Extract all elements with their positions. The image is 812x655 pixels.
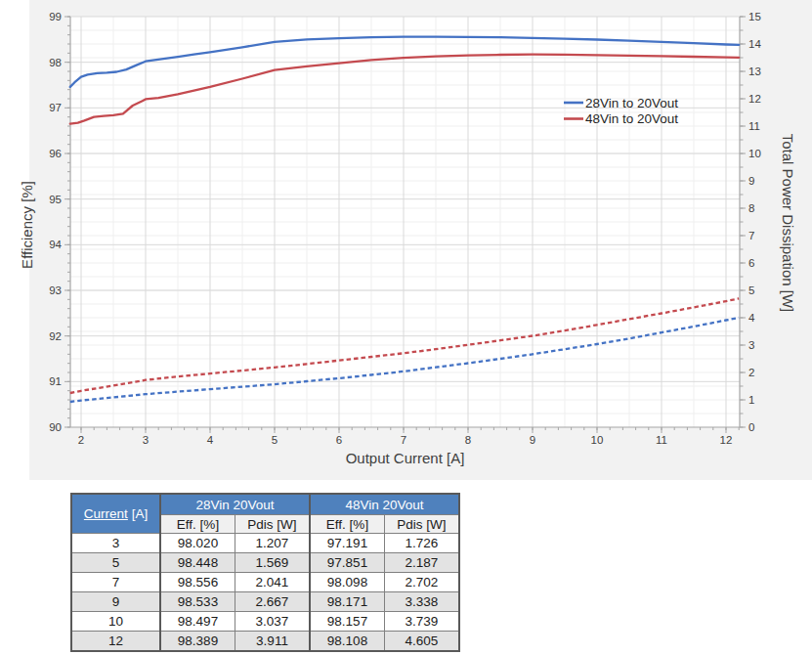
svg-text:0: 0 bbox=[748, 421, 754, 433]
cell-value: 97.191 bbox=[310, 534, 385, 553]
screenshot-root: 2345678910111290919293949596979899012345… bbox=[0, 0, 812, 655]
cell-value: 98.497 bbox=[160, 612, 235, 632]
cell-value: 98.157 bbox=[310, 612, 385, 632]
svg-text:9: 9 bbox=[530, 434, 535, 446]
svg-text:11: 11 bbox=[656, 434, 667, 446]
svg-text:10: 10 bbox=[748, 148, 761, 159]
cell-value: 1.726 bbox=[385, 534, 460, 553]
svg-text:12: 12 bbox=[748, 93, 761, 105]
svg-text:93: 93 bbox=[49, 284, 62, 296]
svg-text:97: 97 bbox=[49, 102, 62, 113]
cell-value: 1.569 bbox=[235, 553, 311, 573]
legend-label-1: 28Vin to 20Vout bbox=[585, 96, 678, 110]
svg-text:90: 90 bbox=[49, 421, 62, 433]
x-axis-title: Output Current [A] bbox=[346, 450, 465, 466]
table-header-48vin-20vout: 48Vin 20Vout bbox=[310, 494, 459, 515]
table-subheader-eff-48: Eff. [%] bbox=[310, 515, 385, 534]
svg-text:2: 2 bbox=[748, 367, 754, 378]
results-table: Current [A] 28Vin 20Vout 48Vin 20Vout Ef… bbox=[70, 493, 460, 652]
svg-text:3: 3 bbox=[143, 434, 149, 446]
svg-text:2: 2 bbox=[78, 434, 84, 446]
cell-value: 98.108 bbox=[310, 632, 385, 652]
cell-value: 2.702 bbox=[385, 573, 460, 592]
table-row: 798.5562.04198.0982.702 bbox=[71, 573, 459, 592]
svg-text:14: 14 bbox=[748, 38, 761, 50]
cell-value: 98.533 bbox=[160, 592, 235, 612]
cell-current: 9 bbox=[71, 592, 160, 612]
table-subheader-pdis-28: Pdis [W] bbox=[235, 515, 311, 534]
current-header-underlined: Current bbox=[84, 506, 128, 521]
cell-value: 3.739 bbox=[385, 612, 460, 632]
table-header-28vin-20vout: 28Vin 20Vout bbox=[160, 494, 310, 515]
table-row: 1098.4973.03798.1573.739 bbox=[71, 612, 459, 632]
svg-text:4: 4 bbox=[207, 434, 214, 446]
svg-text:12: 12 bbox=[720, 434, 733, 446]
svg-text:7: 7 bbox=[748, 230, 754, 241]
cell-value: 98.389 bbox=[160, 632, 235, 652]
svg-text:8: 8 bbox=[748, 202, 754, 214]
y-left-axis-title: Efficiency [%] bbox=[19, 181, 35, 269]
svg-text:4: 4 bbox=[748, 312, 755, 324]
cell-value: 1.207 bbox=[235, 534, 311, 553]
table-subheader-eff-28: Eff. [%] bbox=[160, 515, 235, 534]
cell-value: 98.556 bbox=[160, 573, 235, 592]
cell-value: 98.171 bbox=[310, 592, 385, 612]
table-row: 998.5332.66798.1713.338 bbox=[71, 592, 459, 612]
table-row: 398.0201.20797.1911.726 bbox=[71, 534, 459, 553]
svg-text:95: 95 bbox=[49, 194, 62, 205]
legend-label-2: 48Vin to 20Vout bbox=[585, 111, 678, 126]
svg-text:99: 99 bbox=[49, 11, 62, 22]
table-subheader-pdis-48: Pdis [W] bbox=[385, 515, 460, 534]
table-header-current: Current [A] bbox=[71, 494, 160, 534]
cell-value: 2.041 bbox=[235, 573, 311, 592]
svg-text:13: 13 bbox=[748, 66, 761, 77]
svg-text:5: 5 bbox=[748, 284, 754, 296]
svg-text:7: 7 bbox=[401, 434, 406, 446]
cell-current: 7 bbox=[71, 573, 160, 592]
svg-text:10: 10 bbox=[591, 434, 604, 446]
y-right-axis-title: Total Power Dissipation [W] bbox=[780, 134, 796, 313]
svg-text:91: 91 bbox=[49, 375, 62, 387]
cell-value: 2.667 bbox=[235, 592, 311, 612]
cell-value: 98.098 bbox=[310, 573, 385, 592]
current-header-unit: [A] bbox=[128, 506, 148, 521]
cell-value: 4.605 bbox=[385, 632, 460, 652]
cell-current: 3 bbox=[71, 534, 160, 553]
cell-value: 97.851 bbox=[310, 553, 385, 573]
svg-text:96: 96 bbox=[49, 148, 62, 159]
cell-current: 12 bbox=[71, 632, 160, 652]
table-row: 598.4481.56997.8512.187 bbox=[71, 553, 459, 573]
cell-value: 3.037 bbox=[235, 612, 311, 632]
cell-current: 10 bbox=[71, 612, 160, 632]
cell-current: 5 bbox=[71, 553, 160, 573]
svg-text:8: 8 bbox=[465, 434, 471, 446]
svg-text:98: 98 bbox=[49, 57, 62, 68]
table-row: 1298.3893.91198.1084.605 bbox=[71, 632, 459, 652]
cell-value: 3.338 bbox=[385, 592, 460, 612]
svg-text:6: 6 bbox=[336, 434, 342, 446]
cell-value: 98.020 bbox=[160, 534, 235, 553]
svg-text:1: 1 bbox=[748, 394, 754, 406]
cell-value: 3.911 bbox=[235, 632, 311, 652]
efficiency-power-dissipation-chart: 2345678910111290919293949596979899012345… bbox=[0, 0, 812, 480]
svg-text:3: 3 bbox=[748, 339, 754, 351]
svg-text:94: 94 bbox=[49, 239, 62, 250]
results-table-body: 398.0201.20797.1911.726598.4481.56997.85… bbox=[71, 534, 459, 652]
results-table-header: Current [A] 28Vin 20Vout 48Vin 20Vout Ef… bbox=[71, 494, 459, 534]
svg-text:6: 6 bbox=[748, 257, 754, 269]
svg-text:11: 11 bbox=[748, 120, 760, 132]
svg-text:15: 15 bbox=[748, 11, 761, 22]
svg-text:5: 5 bbox=[272, 434, 278, 446]
cell-value: 2.187 bbox=[385, 553, 460, 573]
cell-value: 98.448 bbox=[160, 553, 235, 573]
svg-text:9: 9 bbox=[748, 175, 754, 187]
svg-text:92: 92 bbox=[49, 330, 62, 342]
